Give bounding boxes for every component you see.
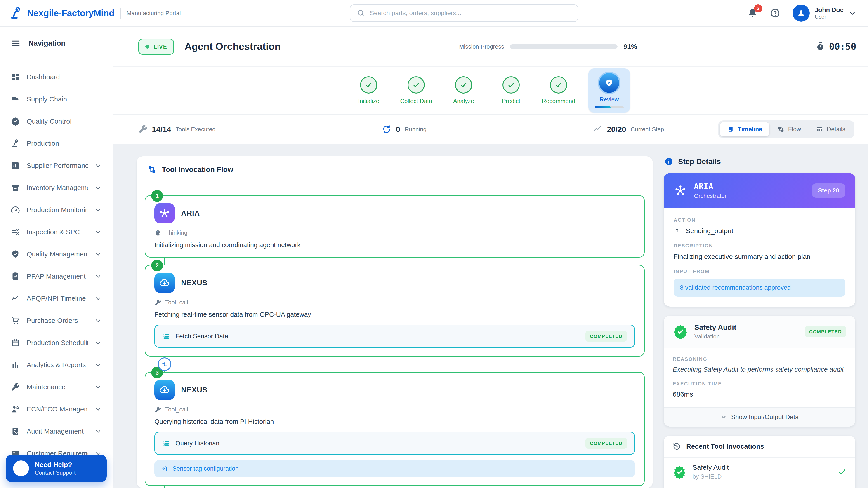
step-details-title: Step Details xyxy=(678,157,721,166)
status-badge: COMPLETED xyxy=(585,331,627,341)
engineer-icon xyxy=(11,404,20,414)
active-step-card: ARIA Orchestrator Step 20 ACTION xyxy=(664,173,855,306)
tool-result-name: Safety Audit xyxy=(694,323,737,332)
live-dot-icon xyxy=(145,44,149,48)
sidebar-item-maintenance[interactable]: Maintenance xyxy=(4,376,108,398)
tool-invocation-fetch-sensor-data[interactable]: Fetch Sensor DataCOMPLETED xyxy=(154,325,635,348)
step-number-badge: Step 20 xyxy=(812,184,846,198)
recent-invocation-safety-audit[interactable]: Safety Auditby SHIELD xyxy=(664,458,855,486)
sidebar-item-analytics-reports[interactable]: Analytics & Reports xyxy=(4,354,108,376)
sidebar-item-quality-control[interactable]: Quality Control xyxy=(4,110,108,132)
description-label: DESCRIPTION xyxy=(674,243,845,249)
step-done-circle xyxy=(502,76,520,94)
sidebar-item-production-monitoring[interactable]: Production Monitoring xyxy=(4,199,108,221)
flowchart-icon xyxy=(147,165,156,174)
sidebar-item-purchase-orders[interactable]: Purchase Orders xyxy=(4,310,108,332)
active-agent-role: Orchestrator xyxy=(694,193,727,199)
notifications-button[interactable]: 2 xyxy=(747,8,758,18)
check-icon xyxy=(838,468,846,476)
brand[interactable]: Nexgile-FactoryMind xyxy=(9,6,114,20)
show-io-data-toggle[interactable]: Show Input/Output Data xyxy=(664,407,855,427)
pipeline-step-recommend[interactable]: Recommend xyxy=(541,76,576,105)
svg-text:?: ? xyxy=(157,231,159,234)
tool-invocation-query-historian[interactable]: Query HistorianCOMPLETED xyxy=(154,432,635,455)
pipeline-step-label: Recommend xyxy=(542,98,575,105)
tab-flow[interactable]: Flow xyxy=(770,122,808,136)
active-agent-name: ARIA xyxy=(694,182,727,191)
flow-connector xyxy=(145,357,645,372)
chevron-down-icon xyxy=(94,383,102,391)
chevron-down-icon xyxy=(94,361,102,368)
sidebar-item-audit-management[interactable]: Audit Management xyxy=(4,420,108,442)
agent-nexus-icon xyxy=(154,380,175,400)
brand-divider xyxy=(120,8,121,19)
wrench-icon xyxy=(154,406,161,413)
sidebar-item-supply-chain[interactable]: Supply Chain xyxy=(4,88,108,110)
contact-support-card[interactable]: Need Help? Contact Support xyxy=(6,455,107,482)
pipeline-step-predict[interactable]: Predict xyxy=(493,76,529,105)
sidebar-item-ecn-eco-management[interactable]: ECN/ECO Management xyxy=(4,398,108,420)
input-link-label: Sensor tag configuration xyxy=(173,465,239,472)
chevron-down-icon xyxy=(94,317,102,324)
recent-invocation-agent: by SHIELD xyxy=(692,473,729,480)
user-menu[interactable]: John Doe User xyxy=(793,4,856,22)
tab-details[interactable]: Details xyxy=(809,122,852,136)
trending-line-icon xyxy=(11,294,20,303)
timer-value: 00:50 xyxy=(829,41,856,52)
pipeline-step-analyze[interactable]: Analyze xyxy=(446,76,481,105)
agent-name: NEXUS xyxy=(181,386,208,394)
stat-label: Running xyxy=(405,126,427,133)
step-done-circle xyxy=(360,76,377,94)
sidebar-item-dashboard[interactable]: Dashboard xyxy=(4,66,108,88)
input-from-label: INPUT FROM xyxy=(674,269,845,274)
mission-progress-bar xyxy=(510,44,618,49)
step-done-circle xyxy=(550,76,567,94)
sidebar-item-supplier-performance[interactable]: Supplier Performance xyxy=(4,155,108,177)
sidebar-item-apqp-npi-timeline[interactable]: APQP/NPI Timeline xyxy=(4,287,108,310)
recent-invocations-card: Recent Tool Invocations Safety Auditby S… xyxy=(664,435,855,488)
input-from-value[interactable]: 8 validated recommendations approved xyxy=(674,279,845,297)
pipeline-step-review[interactable]: Review xyxy=(588,68,630,112)
recent-texts: Safety Auditby SHIELD xyxy=(692,464,729,480)
agent-name: ARIA xyxy=(181,209,200,218)
help-button[interactable] xyxy=(770,8,780,18)
search-input[interactable] xyxy=(370,9,571,17)
agent-description: Fetching real-time sensor data from OPC-… xyxy=(154,311,635,318)
input-link-sensor-tag-configuration[interactable]: Sensor tag configuration xyxy=(154,460,635,477)
flow-card-step-3[interactable]: 3NEXUSTool_callQuerying historical data … xyxy=(145,372,645,486)
sidebar-item-production[interactable]: Production xyxy=(4,132,108,155)
chevron-down-icon xyxy=(94,228,102,236)
tool-name-wrap: Query Historian xyxy=(162,440,219,447)
sidebar-item-label: Inventory Management xyxy=(27,184,88,192)
hamburger-menu-icon[interactable] xyxy=(11,38,21,48)
badge-check-icon xyxy=(673,324,688,339)
sidebar-item-production-scheduling[interactable]: Production Scheduling xyxy=(4,332,108,354)
stats-items: 14/14Tools Executed0Running20/20Current … xyxy=(138,125,664,134)
pipeline-step-initialize[interactable]: Initialize xyxy=(351,76,386,105)
tool-name: Query Historian xyxy=(176,440,219,447)
tab-timeline[interactable]: Timeline xyxy=(720,122,770,136)
step-mini-progress xyxy=(595,106,624,108)
sidebar-items: DashboardSupply ChainQuality ControlProd… xyxy=(0,60,113,488)
active-step-card-body: ACTION Sending_output DESCRIPTION Finali… xyxy=(664,208,855,306)
recent-invocation-compliance-check[interactable]: Compliance Checkby GUARDIAN xyxy=(664,486,855,488)
sidebar-item-inventory-management[interactable]: Inventory Management xyxy=(4,177,108,199)
robot-arm-logo-icon xyxy=(9,6,23,20)
sidebar-item-quality-management[interactable]: Quality Management xyxy=(4,243,108,265)
gauge-icon xyxy=(11,205,20,215)
global-search[interactable] xyxy=(350,4,578,22)
sidebar-item-ppap-management[interactable]: PPAP Management xyxy=(4,265,108,287)
pipeline-step-collect-data[interactable]: Collect Data xyxy=(399,76,434,105)
step-done-circle xyxy=(408,76,425,94)
sidebar-item-label: Analytics & Reports xyxy=(27,361,88,369)
chevron-down-icon xyxy=(94,251,102,258)
flow-card-step-1[interactable]: 1ARIA?ThinkingInitializing mission and c… xyxy=(145,195,645,258)
view-tabs: TimelineFlowDetails xyxy=(718,121,855,138)
agent-description: Querying historical data from PI Histori… xyxy=(154,418,635,425)
agent-action-type-label: Thinking xyxy=(165,229,187,236)
shopping-cart-icon xyxy=(11,316,20,325)
sidebar-item-inspection-spc[interactable]: Inspection & SPC xyxy=(4,221,108,243)
stat-value: 0 xyxy=(396,125,400,134)
flow-card-step-2[interactable]: 2NEXUSTool_callFetching real-time sensor… xyxy=(145,265,645,357)
live-label: LIVE xyxy=(153,43,167,50)
